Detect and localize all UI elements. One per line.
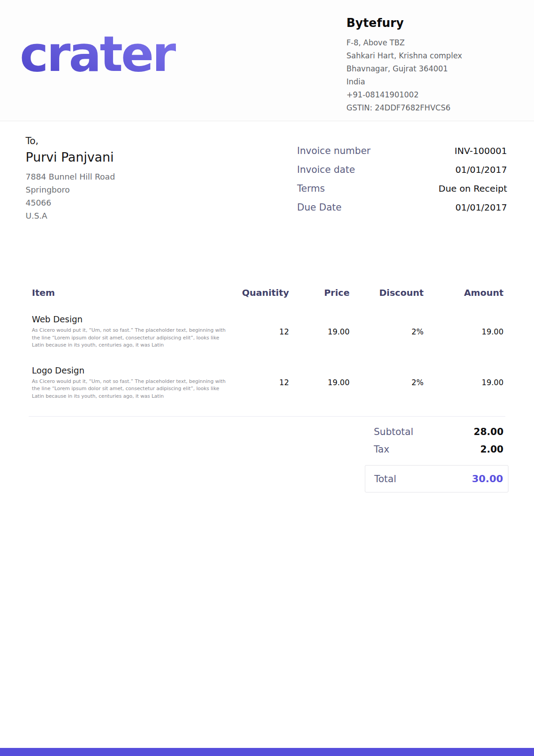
company-address-line: F-8, Above TBZ (346, 36, 513, 49)
company-address-line: Sahkari Hart, Krishna complex (346, 49, 513, 62)
customer-address-line: Springboro (26, 183, 115, 196)
total-label: Total (374, 474, 396, 484)
items-table: Item Quanitity Price Discount Amount Web… (29, 287, 505, 417)
column-header-amount: Amount (424, 287, 505, 298)
item-cell: Logo Design As Cicero would put it, “Um,… (32, 365, 233, 400)
parties-section: To, Purvi Panjvani 7884 Bunnel Hill Road… (26, 136, 507, 222)
company-info: Bytefury F-8, Above TBZ Sahkari Hart, Kr… (346, 16, 513, 121)
subtotal-row: Subtotal 28.00 (365, 426, 508, 437)
customer-address: 7884 Bunnel Hill Road Springboro 45066 U… (26, 170, 115, 222)
due-date-row: Due Date 01/01/2017 (297, 202, 507, 213)
tax-label: Tax (374, 444, 390, 455)
invoice-date-value: 01/01/2017 (455, 164, 507, 175)
tax-value: 2.00 (480, 444, 503, 455)
terms-row: Terms Due on Receipt (297, 183, 507, 194)
item-quantity: 12 (233, 327, 289, 336)
invoice-date-label: Invoice date (297, 164, 355, 175)
item-description: As Cicero would put it, “Um, not so fast… (32, 327, 232, 349)
company-name: Bytefury (346, 16, 513, 30)
company-address-line: Bhavnagar, Gujrat 364001 (346, 62, 513, 75)
footer-accent-bar (0, 748, 534, 756)
due-date-label: Due Date (297, 202, 341, 213)
item-name: Logo Design (32, 365, 233, 375)
item-amount: 19.00 (424, 378, 505, 387)
customer-address-line: 7884 Bunnel Hill Road (26, 170, 115, 183)
company-phone: +91-08141901002 (346, 88, 513, 101)
customer-address-line: U.S.A (26, 209, 115, 222)
table-row: Logo Design As Cicero would put it, “Um,… (29, 365, 505, 400)
company-address-line: India (346, 75, 513, 88)
invoice-date-row: Invoice date 01/01/2017 (297, 164, 507, 175)
table-row: Web Design As Cicero would put it, “Um, … (29, 314, 505, 349)
totals-section: Subtotal 28.00 Tax 2.00 Total 30.00 (365, 426, 508, 492)
invoice-page: crater Bytefury F-8, Above TBZ Sahkari H… (0, 0, 534, 756)
tax-row: Tax 2.00 (365, 444, 508, 455)
invoice-number-value: INV-100001 (455, 145, 507, 156)
item-discount: 2% (350, 327, 424, 336)
invoice-number-label: Invoice number (297, 145, 371, 156)
invoice-meta-block: Invoice number INV-100001 Invoice date 0… (297, 145, 507, 222)
due-date-value: 01/01/2017 (455, 202, 507, 213)
item-price: 19.00 (289, 378, 350, 387)
item-cell: Web Design As Cicero would put it, “Um, … (32, 314, 233, 349)
total-value: 30.00 (472, 473, 503, 484)
items-table-header: Item Quanitity Price Discount Amount (29, 287, 505, 298)
column-header-discount: Discount (350, 287, 424, 298)
item-description: As Cicero would put it, “Um, not so fast… (32, 378, 232, 400)
terms-value: Due on Receipt (438, 183, 507, 194)
company-address: F-8, Above TBZ Sahkari Hart, Krishna com… (346, 36, 513, 114)
column-header-quantity: Quanitity (233, 287, 289, 298)
crater-logo-image: crater (20, 25, 222, 84)
item-quantity: 12 (233, 378, 289, 387)
invoice-header: crater Bytefury F-8, Above TBZ Sahkari H… (0, 0, 534, 121)
terms-label: Terms (297, 183, 325, 194)
item-price: 19.00 (289, 327, 350, 336)
bill-to-block: To, Purvi Panjvani 7884 Bunnel Hill Road… (26, 136, 115, 222)
crater-logo-text: crater (20, 26, 176, 82)
subtotal-label: Subtotal (374, 426, 413, 437)
subtotal-value: 28.00 (474, 426, 503, 437)
invoice-number-row: Invoice number INV-100001 (297, 145, 507, 156)
company-gstin: GSTIN: 24DDF7682FHVCS6 (346, 101, 513, 114)
bill-to-salutation: To, (26, 136, 115, 146)
column-header-price: Price (289, 287, 350, 298)
table-bottom-divider (29, 416, 505, 417)
customer-address-line: 45066 (26, 196, 115, 209)
total-box: Total 30.00 (365, 465, 508, 492)
item-name: Web Design (32, 314, 233, 324)
item-discount: 2% (350, 378, 424, 387)
item-amount: 19.00 (424, 327, 505, 336)
crater-logo: crater (20, 25, 222, 121)
column-header-item: Item (32, 287, 233, 298)
customer-name: Purvi Panjvani (26, 150, 115, 165)
